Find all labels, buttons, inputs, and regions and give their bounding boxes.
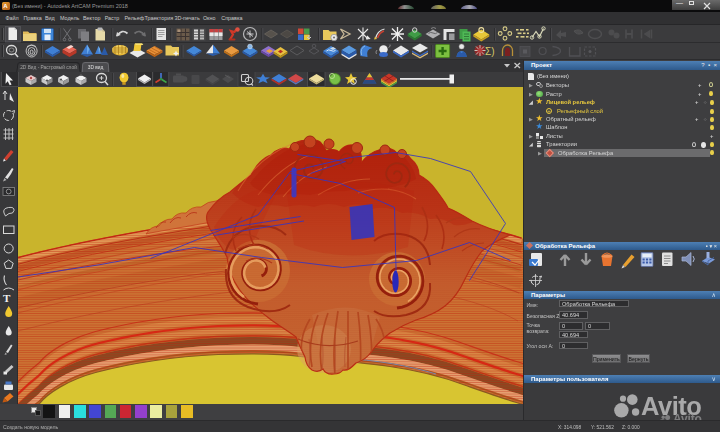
svg-text:T: T xyxy=(3,292,11,304)
svg-text:Σ): Σ) xyxy=(485,46,495,57)
